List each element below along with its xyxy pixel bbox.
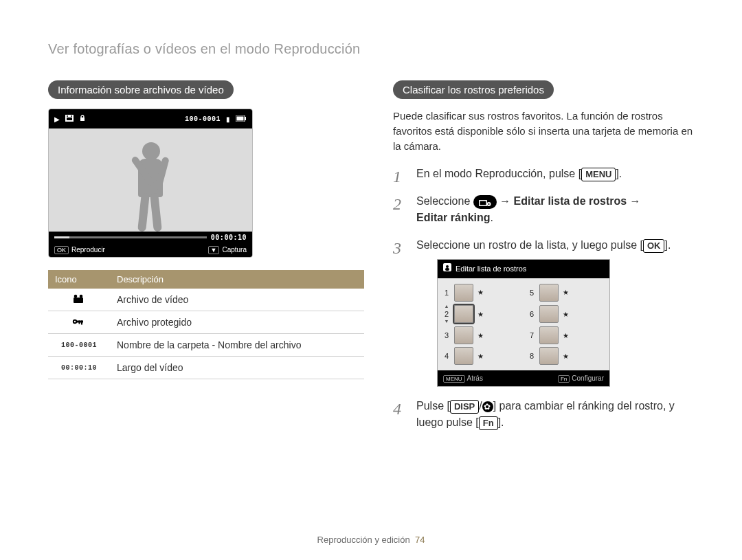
- section-heading-faces: Clasificar los rostros preferidos: [393, 80, 554, 99]
- table-row: 100-0001 Nombre de la carpeta - Nombre d…: [48, 334, 364, 357]
- arrow-text: →: [627, 195, 640, 207]
- step-text: .: [491, 212, 493, 223]
- menu-path-bold: Editar ránking: [416, 212, 491, 223]
- folder-name-icon: 100-0001: [61, 341, 97, 349]
- rank-number: 3: [443, 330, 450, 341]
- rank-number: 1: [443, 287, 450, 299]
- rank-number: 5: [528, 287, 535, 299]
- step-2: Seleccione → Editar lista de rostros → E…: [393, 193, 694, 226]
- svg-rect-5: [80, 117, 85, 121]
- rank-number: 7: [528, 330, 535, 341]
- rank-number: 6: [528, 309, 535, 320]
- page-footer: Reproducción y edición 74: [0, 535, 742, 545]
- desc-cell: Nombre de la carpeta - Nombre del archiv…: [110, 334, 364, 357]
- svg-rect-15: [81, 321, 82, 325]
- face-cell-selected: ▲2▼★: [443, 304, 519, 324]
- play-mode-icon: ▶: [54, 115, 60, 123]
- face-list-icon: [443, 263, 451, 275]
- lcd-preview-area: [49, 128, 252, 232]
- face-cell: 6★: [528, 304, 604, 324]
- face-thumb: [539, 347, 559, 365]
- svg-rect-16: [79, 321, 80, 324]
- fn-button-label: Fn: [479, 416, 498, 430]
- svg-point-9: [74, 295, 78, 298]
- fn-key-label: Fn: [558, 375, 570, 383]
- svg-rect-11: [74, 298, 83, 303]
- two-column-layout: Información sobre archivos de vídeo ▶ 10…: [48, 80, 694, 442]
- down-key-label: ▼: [208, 246, 220, 254]
- rank-number: 8: [528, 350, 535, 362]
- face-list-title-bar: Editar lista de rostros: [438, 260, 609, 278]
- file-number-label: 100-0001: [185, 115, 221, 123]
- step-text: Pulse [: [416, 400, 450, 412]
- length-icon: 00:00:10: [61, 364, 97, 372]
- svg-point-22: [446, 265, 449, 268]
- ok-button-label: OK: [643, 239, 665, 253]
- menu-button-label: MENU: [581, 168, 616, 181]
- protected-file-icon: [72, 317, 86, 326]
- video-file-icon: [73, 294, 85, 304]
- star-icon: ★: [563, 331, 569, 341]
- face-thumb: [454, 305, 473, 323]
- footer-section: Reproducción y edición: [317, 535, 410, 545]
- star-icon: ★: [477, 351, 484, 361]
- face-list-mock: Editar lista de rostros 1★ 5★ ▲2▼★ 6★ 3★…: [437, 259, 610, 387]
- lcd-softkeys: OKReproducir ▼Captura: [49, 243, 252, 257]
- face-list-title: Editar lista de rostros: [456, 263, 526, 275]
- face-cell: 3★: [443, 326, 519, 344]
- camera-lcd-mock: ▶ 100-0001 ▮: [48, 109, 253, 258]
- face-thumb: [539, 305, 559, 323]
- table-row: Archivo de vídeo: [48, 289, 364, 311]
- page-title: Ver fotografías o vídeos en el modo Repr…: [48, 41, 694, 57]
- page-number: 74: [415, 535, 425, 545]
- face-thumb: [539, 326, 559, 344]
- svg-point-20: [488, 203, 489, 205]
- star-icon: ★: [477, 309, 484, 320]
- lcd-status-bar: ▶ 100-0001 ▮: [49, 109, 252, 128]
- step-text: ].: [498, 416, 504, 428]
- step-text: Seleccione un rostro de la lista, y lueg…: [416, 239, 643, 251]
- manual-page: Ver fotografías o vídeos en el modo Repr…: [0, 0, 742, 560]
- settings-chip-icon: [473, 195, 497, 209]
- desc-cell: Archivo de vídeo: [110, 289, 364, 311]
- person-silhouette: [130, 142, 171, 232]
- menu-path-bold: Editar lista de rostros: [514, 195, 627, 207]
- step-text: En el modo Reproducción, pulse [: [416, 168, 581, 179]
- step-4: Pulse [DISP/] para cambiar el ránking de…: [393, 398, 694, 431]
- macro-flower-icon: [482, 401, 493, 412]
- svg-rect-3: [67, 117, 72, 120]
- lcd-timeline: 00:00:10: [49, 232, 252, 243]
- face-list-softkeys: MENUAtrás FnConfigurar: [438, 370, 609, 386]
- star-icon: ★: [563, 287, 569, 298]
- timeline-time: 00:00:10: [211, 234, 247, 241]
- face-cell: 7★: [528, 326, 604, 344]
- section-heading-video-info: Información sobre archivos de vídeo: [48, 80, 234, 99]
- desc-cell: Largo del vídeo: [110, 357, 364, 379]
- star-icon: ★: [563, 351, 569, 361]
- face-cell: 8★: [528, 347, 604, 365]
- svg-point-13: [74, 321, 76, 322]
- svg-point-10: [80, 295, 83, 298]
- disp-button-label: DISP: [450, 400, 479, 414]
- desc-cell: Archivo protegido: [110, 311, 364, 334]
- configure-label: Configurar: [572, 374, 604, 382]
- menu-key-label: MENU: [443, 375, 465, 383]
- video-file-icon: [65, 115, 74, 123]
- protected-file-icon: [79, 115, 86, 123]
- ok-key-label: OK: [54, 246, 69, 254]
- card-icon: ▮: [226, 115, 230, 123]
- icon-legend-table: Icono Descripción Archivo de vídeo Archi…: [48, 270, 364, 379]
- steps-list: En el modo Reproducción, pulse [MENU]. S…: [393, 166, 694, 431]
- face-thumb: [539, 284, 559, 302]
- svg-rect-8: [245, 117, 246, 120]
- col-desc-header: Descripción: [110, 270, 364, 289]
- svg-rect-18: [480, 201, 486, 205]
- right-column: Clasificar los rostros preferidos Puede …: [393, 80, 694, 442]
- star-icon: ★: [477, 287, 484, 298]
- step-text: ].: [616, 168, 622, 179]
- step-text: ].: [664, 239, 671, 251]
- col-icon-header: Icono: [48, 270, 110, 289]
- step-1: En el modo Reproducción, pulse [MENU].: [393, 166, 694, 182]
- table-row: 00:00:10 Largo del vídeo: [48, 357, 364, 379]
- step-3: Seleccione un rostro de la lista, y lueg…: [393, 237, 694, 387]
